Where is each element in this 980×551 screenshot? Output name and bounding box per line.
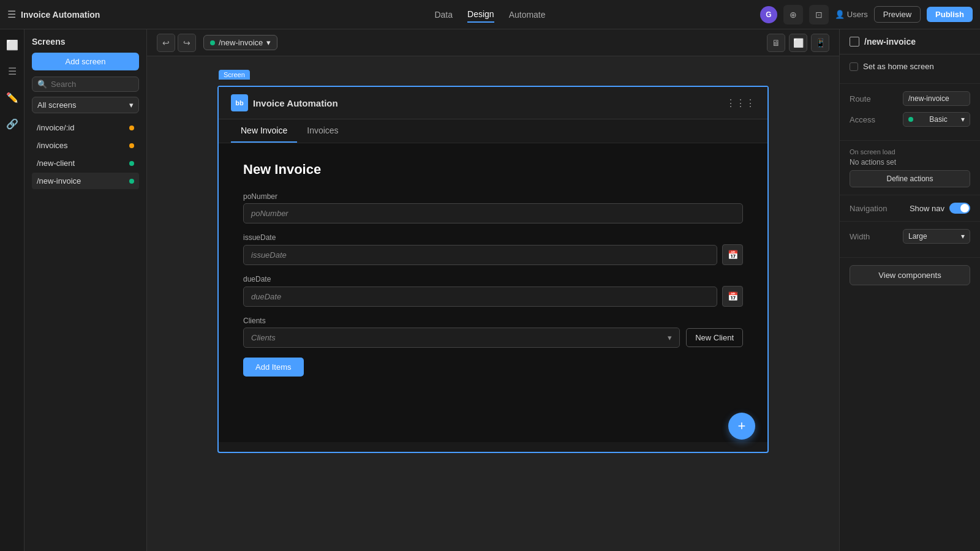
list-icon[interactable]: ☰ xyxy=(6,63,19,80)
define-actions-button[interactable]: Define actions xyxy=(850,170,970,187)
current-screen-label: /new-invoice xyxy=(219,38,263,47)
field-due-date: dueDate dueDate 📅 xyxy=(243,275,743,307)
add-items-button[interactable]: Add Items xyxy=(243,358,304,377)
grid-icon[interactable]: ⋮⋮⋮ xyxy=(726,97,755,109)
app-nav: New Invoice Invoices xyxy=(219,119,767,143)
menu-icon[interactable]: ☰ xyxy=(7,9,16,20)
screen-status-dot xyxy=(129,126,134,130)
access-chevron-icon: ▾ xyxy=(961,115,965,124)
field-po-number: poNumber poNumber xyxy=(243,192,743,223)
app-header: bb Invoice Automation ⋮⋮⋮ xyxy=(219,87,767,119)
users-icon: 👤 xyxy=(835,10,845,19)
show-nav-label: Show nav xyxy=(910,204,944,213)
publish-button[interactable]: Publish xyxy=(927,7,973,22)
width-select[interactable]: Large ▾ xyxy=(903,229,970,244)
view-components-button[interactable]: View components xyxy=(850,265,970,285)
field-issue-date-input-row: issueDate 📅 xyxy=(243,244,743,265)
field-clients-label: Clients xyxy=(243,317,743,325)
field-issue-date-input[interactable]: issueDate xyxy=(243,245,717,265)
app-logo: bb Invoice Automation xyxy=(231,94,338,111)
new-client-button[interactable]: New Client xyxy=(686,328,743,347)
left-sidebar: ⬜ ☰ ✏️ 🔗 Screens Add screen 🔍 ✕ All scre… xyxy=(0,29,147,551)
desktop-view-button[interactable]: 🖥 xyxy=(767,34,785,52)
search-icon: 🔍 xyxy=(37,80,47,89)
form-title: New Invoice xyxy=(243,162,743,178)
set-home-row: Set as home screen xyxy=(850,62,970,71)
field-po-number-label: poNumber xyxy=(243,192,743,201)
toggle-knob xyxy=(960,204,969,212)
screen-item-invoices[interactable]: /invoices xyxy=(32,137,139,154)
screen-selector[interactable]: /new-invoice ▾ xyxy=(203,35,277,50)
users-button[interactable]: 👤 Users xyxy=(835,10,868,19)
topbar: ☰ Invoice Automation Data Design Automat… xyxy=(0,0,980,29)
redo-button[interactable]: ↪ xyxy=(178,34,196,52)
canvas-area: ↩ ↪ /new-invoice ▾ 🖥 ⬜ 📱 Screen xyxy=(147,29,839,551)
route-value[interactable]: /new-invoice xyxy=(903,91,970,106)
topbar-icon-btn-1[interactable]: ⊕ xyxy=(783,5,803,24)
tab-data[interactable]: Data xyxy=(434,7,453,22)
set-home-checkbox[interactable] xyxy=(850,62,858,71)
undo-button[interactable]: ↩ xyxy=(157,34,175,52)
field-due-date-input-row: dueDate 📅 xyxy=(243,286,743,307)
field-due-date-label: dueDate xyxy=(243,275,743,283)
right-panel: /new-invoice Set as home screen Route /n… xyxy=(839,29,980,551)
add-screen-button[interactable]: Add screen xyxy=(32,53,139,70)
clients-select[interactable]: Clients ▾ xyxy=(243,328,680,348)
navigation-row: Navigation Show nav xyxy=(850,203,970,214)
navigation-section: Navigation Show nav xyxy=(840,195,980,222)
set-home-label: Set as home screen xyxy=(863,62,934,71)
topbar-center: Data Design Automate xyxy=(434,7,545,23)
screen-label: Screen xyxy=(219,70,250,80)
screen-active-dot xyxy=(210,40,215,45)
topbar-icon-btn-2[interactable]: ⊡ xyxy=(809,5,829,24)
access-select[interactable]: Basic ▾ xyxy=(903,112,970,127)
app-nav-new-invoice[interactable]: New Invoice xyxy=(231,119,297,143)
tab-design[interactable]: Design xyxy=(467,7,494,23)
field-po-number-input[interactable]: poNumber xyxy=(243,203,743,223)
search-input[interactable] xyxy=(51,80,146,89)
topbar-right: G ⊕ ⊡ 👤 Users Preview Publish xyxy=(553,5,973,24)
screen-item-new-client[interactable]: /new-client xyxy=(32,155,139,171)
form-area: New Invoice poNumber poNumber issueDate xyxy=(219,143,767,395)
app-nav-invoices[interactable]: Invoices xyxy=(297,119,348,143)
edit-icon[interactable]: ✏️ xyxy=(4,89,21,106)
canvas-toolbar: ↩ ↪ /new-invoice ▾ 🖥 ⬜ 📱 xyxy=(147,29,839,56)
screen-inner: bb Invoice Automation ⋮⋮⋮ New Invoice In… xyxy=(219,87,767,442)
screen-status-dot xyxy=(129,179,134,184)
screens-header: Screens xyxy=(32,37,139,47)
field-issue-date: issueDate issueDate 📅 xyxy=(243,233,743,265)
access-label: Access xyxy=(850,115,875,124)
tablet-view-button[interactable]: ⬜ xyxy=(789,34,807,52)
screen-frame[interactable]: Screen bb Invoice Automation ⋮⋮⋮ xyxy=(217,86,769,453)
topbar-left: ☰ Invoice Automation xyxy=(7,9,427,20)
sidebar-with-icons: ⬜ ☰ ✏️ 🔗 Screens Add screen 🔍 ✕ All scre… xyxy=(0,29,146,551)
set-home-section: Set as home screen xyxy=(840,54,980,84)
on-screen-load-section: On screen load No actions set Define act… xyxy=(840,141,980,195)
screen-item-invoice-id[interactable]: /invoice/:id xyxy=(32,119,139,136)
screen-frame-wrapper: Screen bb Invoice Automation ⋮⋮⋮ xyxy=(217,86,769,453)
screen-item-new-invoice[interactable]: /new-invoice xyxy=(32,173,139,189)
right-panel-header: /new-invoice xyxy=(840,29,980,54)
mobile-view-button[interactable]: 📱 xyxy=(811,34,829,52)
show-nav-toggle[interactable] xyxy=(949,203,970,214)
due-date-calendar-icon[interactable]: 📅 xyxy=(722,286,743,307)
fab-button[interactable]: + xyxy=(728,413,755,440)
field-clients: Clients Clients ▾ New Client xyxy=(243,317,743,348)
preview-button[interactable]: Preview xyxy=(874,6,921,23)
screen-icon-sm xyxy=(850,37,859,47)
field-issue-date-label: issueDate xyxy=(243,233,743,242)
field-due-date-input[interactable]: dueDate xyxy=(243,287,717,307)
dropdown-icon: ▾ xyxy=(266,38,271,47)
no-actions-label: No actions set xyxy=(850,158,970,167)
screens-icon[interactable]: ⬜ xyxy=(4,37,21,53)
search-box: 🔍 ✕ xyxy=(32,77,139,92)
app-title: Invoice Automation xyxy=(21,10,100,20)
access-status-dot xyxy=(908,117,913,122)
navigation-label: Navigation xyxy=(850,204,887,213)
link-icon[interactable]: 🔗 xyxy=(4,116,21,132)
route-row: Route /new-invoice xyxy=(850,91,970,106)
tab-automate[interactable]: Automate xyxy=(509,7,546,22)
all-screens-select[interactable]: All screens ▾ xyxy=(32,97,139,113)
logo-icon: bb xyxy=(231,94,248,111)
issue-date-calendar-icon[interactable]: 📅 xyxy=(722,244,743,265)
